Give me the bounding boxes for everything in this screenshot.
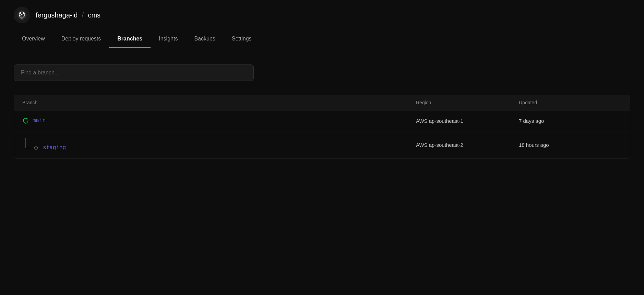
branch-cell-staging: staging xyxy=(22,138,416,151)
branch-name-staging[interactable]: staging xyxy=(43,145,66,151)
column-branch: Branch xyxy=(22,100,416,105)
tab-backups[interactable]: Backups xyxy=(186,30,223,48)
main-nav: Overview Deploy requests Branches Insigh… xyxy=(0,30,644,48)
breadcrumb-repo[interactable]: cms xyxy=(88,11,100,19)
updated-cell-staging: 18 hours ago xyxy=(519,142,622,148)
breadcrumb-org[interactable]: fergushaga-id xyxy=(36,11,77,19)
column-region: Region xyxy=(416,100,519,105)
search-container xyxy=(14,64,630,81)
shield-icon xyxy=(22,117,29,124)
table-row[interactable]: staging AWS ap-southeast-2 18 hours ago xyxy=(14,131,630,158)
branch-cell-main: main xyxy=(22,117,416,124)
header: fergushaga-id / cms xyxy=(0,0,644,30)
logo xyxy=(14,7,30,23)
updated-cell-main: 7 days ago xyxy=(519,118,622,124)
tab-overview[interactable]: Overview xyxy=(14,30,53,48)
breadcrumb: fergushaga-id / cms xyxy=(36,11,100,20)
table-row[interactable]: main AWS ap-southeast-1 7 days ago xyxy=(14,110,630,131)
search-input[interactable] xyxy=(14,64,254,81)
tree-connector: staging xyxy=(22,144,66,151)
column-updated: Updated xyxy=(519,100,622,105)
main-content: Branch Region Updated main AWS ap-southe… xyxy=(0,48,644,175)
tab-branches[interactable]: Branches xyxy=(109,30,151,48)
tab-settings[interactable]: Settings xyxy=(224,30,260,48)
circle-icon xyxy=(33,144,39,151)
branches-table: Branch Region Updated main AWS ap-southe… xyxy=(14,95,630,158)
tab-insights[interactable]: Insights xyxy=(151,30,186,48)
branch-name-main[interactable]: main xyxy=(33,118,46,124)
table-header: Branch Region Updated xyxy=(14,95,630,110)
branch-main-row: main xyxy=(22,117,46,124)
tab-deploy-requests[interactable]: Deploy requests xyxy=(53,30,109,48)
region-cell-staging: AWS ap-southeast-2 xyxy=(416,142,519,148)
breadcrumb-separator: / xyxy=(82,11,84,20)
region-cell-main: AWS ap-southeast-1 xyxy=(416,118,519,124)
